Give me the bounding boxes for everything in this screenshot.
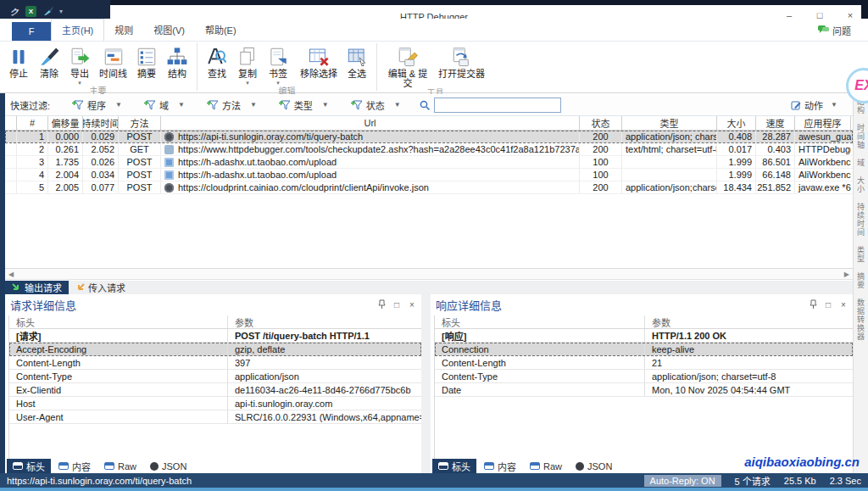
tab-outgoing-requests[interactable]: 输出请求: [5, 281, 69, 294]
search-input[interactable]: [434, 98, 561, 113]
quick-filter-bar: 快速过滤: 程序▼ 域▼ 方法▼ 类型▼ 状态▼ 动作▼: [5, 94, 853, 116]
restore-panel-icon[interactable]: □: [392, 300, 401, 310]
window-corner: [861, 0, 868, 19]
grid-header-row[interactable]: # 偏移量 持续时间 方法 Url 状态 类型 大小 速度 应用程序: [5, 116, 853, 131]
header-row[interactable]: Connectionkeep-alive: [435, 343, 853, 356]
feedback-link[interactable]: 问题: [818, 24, 851, 37]
pencil-icon: [791, 100, 801, 110]
ribbon-group-main: 停止 清除 导出 ▾ 时间线 摘要 结构: [0, 42, 196, 92]
header-row[interactable]: Content-Length21: [435, 356, 853, 370]
header-row[interactable]: Hostapi-ti.sunlogin.oray.com: [9, 397, 421, 410]
close-panel-icon[interactable]: ×: [839, 300, 848, 310]
total-time: 2.3 Sec: [830, 476, 861, 486]
content-view-icon: [484, 462, 494, 470]
clear-brush-icon[interactable]: [42, 6, 53, 17]
incoming-arrow-icon: [75, 283, 85, 293]
header-row[interactable]: Content-Typeapplication/json: [9, 370, 421, 383]
select-all-button[interactable]: 全选: [342, 43, 372, 79]
clear-button[interactable]: 清除: [34, 43, 64, 79]
view-tab-headers[interactable]: 标头: [7, 459, 51, 473]
open-submitter-button[interactable]: 打开提交器: [434, 43, 489, 79]
view-tab-json[interactable]: JSON: [570, 459, 618, 473]
side-tab-size[interactable]: 大小: [855, 176, 866, 193]
filter-status[interactable]: 状态▼: [351, 98, 401, 112]
horizontal-scrollbar[interactable]: ◀ ▶: [5, 268, 853, 280]
total-size: 25.5 Kb: [784, 476, 816, 486]
side-tab-summary[interactable]: 摘要: [855, 272, 866, 289]
ribbon-tab-row: F 主页(H) 规则 视图(V) 帮助(E): [0, 19, 868, 41]
side-tab-timeline[interactable]: 时间轴: [855, 124, 866, 149]
tab-incoming-requests[interactable]: 传入请求: [69, 281, 132, 294]
remove-selection-button[interactable]: 移除选择: [296, 43, 342, 79]
stop-button[interactable]: 停止: [3, 43, 34, 79]
tab-home[interactable]: 主页(H): [51, 19, 104, 42]
app-logo-icon[interactable]: ク: [8, 6, 19, 17]
table-row[interactable]: 4 2.004 0.034 POST https://h-adashx.ut.t…: [5, 169, 853, 181]
filter-type[interactable]: 类型▼: [279, 98, 329, 112]
response-panel-title: 响应详细信息: [436, 297, 502, 313]
table-row[interactable]: 2 0.261 2.052 GET https://www.httpdebugg…: [5, 143, 853, 156]
pin-icon[interactable]: [377, 299, 386, 310]
summary-button[interactable]: 摘要: [131, 43, 162, 79]
timeline-button[interactable]: 时间线: [95, 43, 131, 79]
file-menu-button[interactable]: F: [12, 22, 51, 41]
scroll-left-icon[interactable]: ◀: [8, 271, 14, 278]
status-url: https://api-ti.sunlogin.oray.com/ti/quer…: [7, 476, 644, 486]
filter-method[interactable]: 方法▼: [207, 98, 257, 112]
restore-panel-icon[interactable]: □: [824, 300, 832, 310]
col-header-name: 标头: [9, 315, 228, 328]
tab-view[interactable]: 视图(V): [143, 20, 195, 41]
right-sidebar: 结构 时间轴 域 大小 持续时间 类型 摘要 数据转换器: [853, 93, 868, 473]
find-button[interactable]: 查找: [202, 43, 232, 79]
side-tab-data-converter[interactable]: 数据转换器: [855, 299, 866, 341]
table-row[interactable]: 5 2.005 0.077 POST https://cloudprint.ca…: [5, 181, 853, 194]
view-tab-raw[interactable]: Raw: [98, 459, 142, 473]
close-panel-icon[interactable]: ×: [408, 300, 416, 310]
col-size: 大小: [717, 116, 756, 130]
copy-button[interactable]: 复制 ▾: [232, 43, 263, 86]
tab-help[interactable]: 帮助(E): [195, 20, 247, 41]
header-row[interactable]: DateMon, 10 Nov 2025 04:54:44 GMT: [435, 383, 853, 397]
bookmark-button[interactable]: 书签 ▾: [263, 43, 293, 86]
side-tab-domain[interactable]: 域: [855, 159, 866, 167]
header-row[interactable]: [响应]HTTP/1.1 200 OK: [435, 329, 853, 343]
side-tab-duration[interactable]: 持续时间: [855, 203, 866, 237]
table-row[interactable]: 3 1.735 0.026 POST https://h-adashx.ut.t…: [5, 156, 853, 169]
action-menu-button[interactable]: 动作▼: [791, 98, 837, 112]
side-tab-type[interactable]: 类型: [855, 246, 866, 263]
view-tab-content[interactable]: 内容: [53, 459, 97, 473]
stream-tab-strip: 输出请求 传入请求: [5, 281, 853, 294]
filter-domain[interactable]: 域▼: [144, 98, 185, 112]
view-tab-raw[interactable]: Raw: [524, 459, 568, 473]
view-tab-content[interactable]: 内容: [478, 459, 522, 473]
chevron-down-icon: ▼: [394, 101, 401, 109]
panel-splitter[interactable]: [421, 294, 431, 473]
scroll-right-icon[interactable]: ▶: [844, 271, 849, 278]
header-row[interactable]: [请求]POST /ti/query-batch HTTP/1.1: [9, 329, 421, 343]
export-button[interactable]: 导出 ▾: [64, 43, 95, 86]
header-row[interactable]: Content-Typeapplication/json; charset=ut…: [435, 370, 853, 383]
structure-button[interactable]: 结构: [162, 43, 192, 79]
site-favicon: [164, 132, 174, 142]
col-method: 方法: [119, 116, 161, 130]
tab-rules[interactable]: 规则: [104, 20, 143, 41]
excel-export-icon[interactable]: X: [25, 6, 36, 17]
view-tab-json[interactable]: JSON: [144, 459, 192, 473]
header-row[interactable]: User-AgentSLRC/16.0.0.22931 (Windows,x64…: [9, 410, 421, 424]
auto-reply-toggle[interactable]: Auto-Reply: ON: [644, 475, 721, 487]
json-view-icon: [576, 462, 584, 471]
header-row[interactable]: Ex-Clientidde116034-ac26-4e11-8d46-2766d…: [9, 383, 421, 397]
site-favicon: [164, 158, 174, 167]
pin-icon[interactable]: [809, 299, 817, 310]
filter-program[interactable]: 程序▼: [72, 98, 122, 112]
watermark: aiqibaoxiaobing.cn: [744, 455, 860, 469]
funnel-add-icon: [207, 100, 218, 110]
qat-dropdown-icon[interactable]: ▾: [59, 8, 63, 15]
edit-and-submit-button[interactable]: 编辑 & 提交: [381, 43, 434, 88]
content-view-icon: [58, 462, 69, 470]
header-row[interactable]: Accept-Encodinggzip, deflate: [9, 343, 421, 356]
view-tab-headers[interactable]: 标头: [432, 459, 476, 473]
col-type: 类型: [622, 116, 717, 130]
header-row[interactable]: Content-Length397: [9, 356, 421, 370]
table-row[interactable]: 1 0.000 0.029 POST https://api-ti.sunlog…: [5, 131, 853, 143]
